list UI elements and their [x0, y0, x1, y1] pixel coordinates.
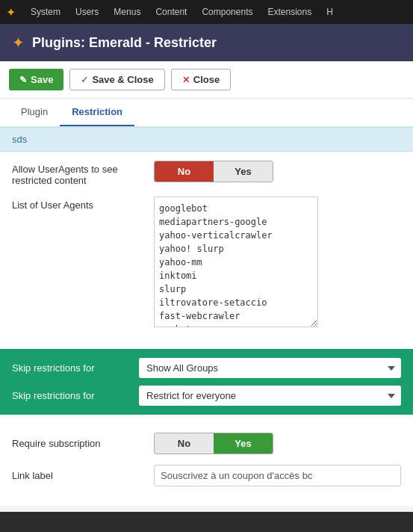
- form-area: Allow UserAgents to see restricted conte…: [0, 152, 413, 349]
- skip1-row: Skip restrictions for Show All Groups: [12, 358, 401, 378]
- skip1-label: Skip restrictions for: [12, 362, 131, 374]
- content-area: sds Allow UserAgents to see restricted c…: [0, 127, 413, 506]
- require-yes-button[interactable]: Yes: [214, 433, 273, 454]
- close-button[interactable]: ✕ Close: [171, 69, 231, 90]
- close-label: Close: [193, 74, 220, 85]
- save-button[interactable]: ✎ Save: [9, 69, 63, 90]
- plugin-icon: ✦: [12, 34, 25, 52]
- menu-system[interactable]: System: [25, 4, 66, 20]
- save-label: Save: [31, 74, 53, 85]
- save-icon: ✎: [19, 75, 27, 85]
- tab-restriction[interactable]: Restriction: [60, 99, 134, 126]
- bottom-wave: [0, 512, 413, 532]
- menu-menus[interactable]: Menus: [108, 4, 146, 20]
- allow-yes-button[interactable]: Yes: [214, 161, 273, 182]
- page-title: Plugins: Emerald - Restricter: [32, 35, 217, 51]
- skip2-row: Skip restrictions for Restrict for every…: [12, 386, 401, 406]
- link-label-label: Link label: [12, 470, 146, 481]
- allow-no-button[interactable]: No: [155, 161, 214, 182]
- section-header: sds: [0, 127, 413, 152]
- skip2-select[interactable]: Restrict for everyone: [139, 386, 401, 406]
- menu-users[interactable]: Users: [69, 4, 105, 20]
- menu-content[interactable]: Content: [149, 4, 193, 20]
- require-no-button[interactable]: No: [155, 433, 214, 454]
- tabs-bar: Plugin Restriction: [0, 99, 413, 127]
- require-sub-toggle: No Yes: [154, 433, 273, 454]
- link-label-input[interactable]: [154, 465, 401, 486]
- green-section: Skip restrictions for Show All Groups Sk…: [0, 349, 413, 415]
- joomla-icon: ✦: [6, 5, 16, 19]
- skip2-label: Skip restrictions for: [12, 390, 131, 401]
- title-bar: ✦ Plugins: Emerald - Restricter: [0, 24, 413, 61]
- menu-bar: ✦ System Users Menus Content Components …: [0, 0, 413, 24]
- require-sub-row: Require subscription No Yes: [12, 433, 401, 454]
- user-agents-textarea[interactable]: googlebot mediapartners-google yahoo-ver…: [154, 197, 318, 327]
- user-agents-row: List of User Agents googlebot mediapartn…: [12, 197, 401, 330]
- save-close-label: Save & Close: [92, 74, 153, 85]
- toolbar: ✎ Save ✓ Save & Close ✕ Close: [0, 61, 413, 99]
- user-agents-label: List of User Agents: [12, 197, 146, 211]
- require-sub-label: Require subscription: [12, 438, 146, 449]
- allow-useragents-label: Allow UserAgents to see restricted conte…: [12, 161, 146, 186]
- menu-more[interactable]: H: [320, 4, 339, 20]
- save-close-button[interactable]: ✓ Save & Close: [69, 69, 164, 90]
- menu-components[interactable]: Components: [196, 4, 258, 20]
- link-label-row: Link label: [12, 465, 401, 486]
- skip1-select[interactable]: Show All Groups: [139, 358, 401, 378]
- allow-toggle-group: No Yes: [154, 161, 401, 182]
- sub-section: Require subscription No Yes Link label: [0, 424, 413, 506]
- x-icon: ✕: [182, 75, 190, 85]
- check-icon: ✓: [81, 75, 88, 85]
- allow-useragents-row: Allow UserAgents to see restricted conte…: [12, 161, 401, 186]
- tab-plugin[interactable]: Plugin: [9, 99, 60, 126]
- user-agents-control: googlebot mediapartners-google yahoo-ver…: [154, 197, 401, 330]
- menu-extensions[interactable]: Extensions: [261, 4, 317, 20]
